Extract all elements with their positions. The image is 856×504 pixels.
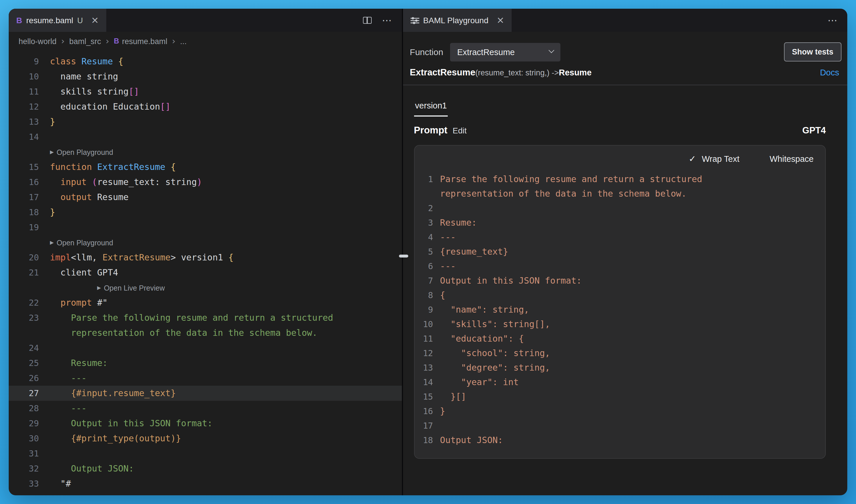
whitespace-toggle[interactable]: Whitespace bbox=[769, 154, 814, 164]
more-actions-icon[interactable]: ⋯ bbox=[827, 15, 837, 25]
model-label: GPT4 bbox=[802, 125, 826, 136]
function-signature: ExtractResume (resume_text: string,) -> … bbox=[403, 61, 847, 85]
line-number: 1 bbox=[414, 172, 433, 187]
code-line: 26 --- bbox=[9, 371, 401, 386]
line-text: {#input.resume_text} bbox=[50, 386, 176, 401]
code-line: 10 name string bbox=[9, 69, 401, 84]
pane-resize-handle[interactable] bbox=[399, 255, 408, 257]
line-number: 11 bbox=[9, 84, 39, 99]
prompt-line: 3Resume: bbox=[414, 216, 825, 230]
line-text: client GPT4 bbox=[50, 265, 118, 280]
code-line: 17 output Resume bbox=[9, 190, 401, 205]
line-text: Resume: bbox=[50, 356, 108, 371]
line-text: impl<llm, ExtractResume> version1 { bbox=[50, 250, 234, 265]
prompt-line: 14 "year": int bbox=[414, 375, 825, 390]
line-text: class Resume { bbox=[50, 54, 123, 69]
tab-resume-baml[interactable]: B resume.baml U × bbox=[9, 9, 106, 32]
prompt-line: 18Output JSON: bbox=[414, 433, 825, 448]
line-text: "school": string, bbox=[440, 346, 550, 361]
line-number: 30 bbox=[9, 431, 39, 446]
code-line: 24 bbox=[9, 340, 401, 356]
tab-baml-playground[interactable]: BAML Playground × bbox=[403, 9, 512, 32]
breadcrumb-item[interactable]: Bresume.baml bbox=[114, 37, 167, 46]
line-text: Output in this JSON format: bbox=[50, 416, 212, 431]
line-number bbox=[9, 235, 39, 250]
line-number: 15 bbox=[9, 160, 39, 175]
line-number: 23 bbox=[9, 310, 39, 325]
editor-code[interactable]: 9class Resume {10 name string11 skills s… bbox=[9, 51, 401, 495]
breadcrumb-item[interactable]: hello-world bbox=[19, 37, 57, 46]
split-editor-icon[interactable] bbox=[363, 17, 371, 24]
baml-file-icon: B bbox=[16, 16, 22, 25]
prompt-line: 2 bbox=[414, 201, 825, 216]
version-tabs: version1 bbox=[403, 85, 847, 116]
line-number: 17 bbox=[9, 190, 39, 205]
function-toolbar: Function ExtractResume Show tests bbox=[403, 32, 847, 61]
line-text: output Resume bbox=[50, 190, 129, 205]
line-text: education Education[] bbox=[50, 99, 170, 114]
line-number: 8 bbox=[414, 288, 433, 303]
line-text: --- bbox=[50, 401, 87, 416]
line-number: 19 bbox=[9, 220, 39, 235]
code-line: 30 {#print_type(output)} bbox=[9, 431, 401, 446]
line-number: 13 bbox=[414, 361, 433, 375]
code-line: 21 client GPT4 bbox=[9, 265, 401, 280]
line-number: 18 bbox=[9, 205, 39, 220]
line-number bbox=[9, 280, 39, 295]
wrap-text-label: Wrap Text bbox=[702, 154, 739, 164]
line-number: 5 bbox=[414, 245, 433, 259]
line-text: Parse the following resume and return a … bbox=[50, 310, 333, 325]
line-number: 3 bbox=[414, 216, 433, 230]
code-lens-link[interactable]: ▶Open Live Preview bbox=[97, 284, 165, 292]
line-text: "skills": string[], bbox=[440, 317, 550, 332]
breadcrumb: hello-world›baml_src›Bresume.baml›... bbox=[9, 32, 401, 51]
code-lens-link[interactable]: ▶Open Playground bbox=[50, 239, 113, 247]
line-number: 28 bbox=[9, 401, 39, 416]
line-number: 18 bbox=[414, 433, 433, 448]
line-text: "degree": string, bbox=[440, 361, 550, 375]
code-line: 14 bbox=[9, 129, 401, 144]
code-line: 31 bbox=[9, 446, 401, 461]
prompt-line: 11 "education": { bbox=[414, 332, 825, 346]
more-actions-icon[interactable]: ⋯ bbox=[382, 15, 392, 25]
line-number: 20 bbox=[9, 250, 39, 265]
close-icon[interactable]: × bbox=[91, 16, 99, 25]
line-number: 33 bbox=[9, 476, 39, 491]
git-status-badge: U bbox=[77, 16, 83, 25]
line-number: 16 bbox=[414, 404, 433, 419]
show-tests-button[interactable]: Show tests bbox=[784, 42, 841, 61]
signature-arrow: -> bbox=[549, 69, 559, 77]
code-lens-row: ▶Open Live Preview bbox=[9, 280, 401, 295]
line-number: 14 bbox=[414, 375, 433, 390]
close-icon[interactable]: × bbox=[497, 16, 504, 25]
editor-pane: B resume.baml U × ⋯ hello-world›baml_src… bbox=[9, 9, 403, 495]
prompt-line: 6--- bbox=[414, 259, 825, 274]
function-dropdown-value: ExtractResume bbox=[457, 47, 515, 57]
playground-tab-actions: ⋯ bbox=[818, 9, 847, 32]
edit-link[interactable]: Edit bbox=[453, 126, 467, 135]
tab-version1[interactable]: version1 bbox=[414, 101, 448, 116]
line-text: representation of the data in the schema… bbox=[440, 187, 686, 201]
code-lens-link[interactable]: ▶Open Playground bbox=[50, 148, 113, 157]
function-label: Function bbox=[410, 47, 443, 57]
function-dropdown[interactable]: ExtractResume bbox=[450, 43, 560, 61]
prompt-line: 8{ bbox=[414, 288, 825, 303]
breadcrumb-item[interactable]: ... bbox=[180, 37, 187, 46]
prompt-line: 17 bbox=[414, 419, 825, 433]
code-line: 16 input (resume_text: string) bbox=[9, 175, 401, 190]
line-number: 2 bbox=[414, 201, 433, 216]
code-line: 23 Parse the following resume and return… bbox=[9, 310, 401, 325]
code-line: 9class Resume { bbox=[9, 54, 401, 69]
line-number: 10 bbox=[9, 69, 39, 84]
line-number: 25 bbox=[9, 356, 39, 371]
wrap-text-toggle[interactable]: ✓ Wrap Text bbox=[689, 154, 739, 164]
prompt-line: 13 "degree": string, bbox=[414, 361, 825, 375]
baml-file-icon: B bbox=[114, 37, 119, 45]
line-number: 4 bbox=[414, 230, 433, 245]
code-lens-row: ▶Open Playground bbox=[9, 235, 401, 250]
line-text: --- bbox=[440, 230, 456, 245]
docs-link[interactable]: Docs bbox=[820, 68, 839, 77]
breadcrumb-item[interactable]: baml_src bbox=[69, 37, 101, 46]
check-icon: ✓ bbox=[689, 154, 696, 164]
line-text: ▶Open Playground bbox=[50, 144, 113, 160]
